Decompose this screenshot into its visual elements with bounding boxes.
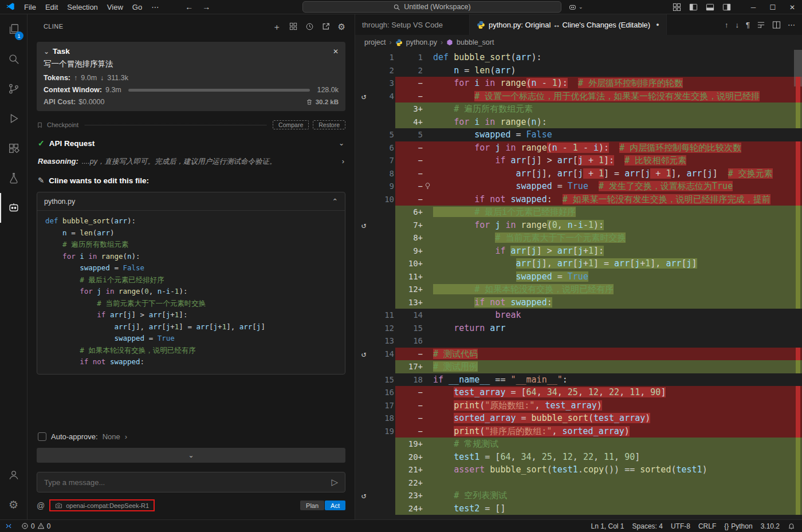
auto-approve-row[interactable]: Auto-approve: None › bbox=[38, 432, 344, 441]
diff-editor[interactable]: 11def bubble_sort(arr):22 n = len(arr)3−… bbox=[355, 50, 802, 519]
revert-block-icon[interactable]: ↺ bbox=[355, 348, 372, 361]
chevron-right-icon[interactable]: › bbox=[342, 157, 344, 165]
tab-walkthrough[interactable]: through: Setup VS Code bbox=[355, 14, 470, 35]
diff-line[interactable]: 22+ bbox=[355, 476, 802, 490]
diff-line[interactable]: 6+ # 最后i个元素已经排好序 bbox=[355, 206, 802, 219]
python-version[interactable]: 3.10.2 bbox=[757, 522, 784, 530]
diff-line[interactable]: 9− swapped = True # 发生了交换，设置标志位为True bbox=[355, 180, 802, 193]
diff-line[interactable]: 1518if __name__ == "__main__": bbox=[355, 373, 802, 387]
source-control-icon[interactable] bbox=[0, 74, 27, 104]
trash-icon[interactable] bbox=[306, 98, 313, 105]
diff-line[interactable]: 1316 bbox=[355, 334, 802, 348]
diff-line[interactable]: 11def bubble_sort(arr): bbox=[355, 51, 802, 64]
open-in-editor-icon[interactable] bbox=[322, 22, 330, 30]
revert-block-icon[interactable]: ↺ bbox=[355, 219, 372, 232]
problems-indicator[interactable]: 0 0 bbox=[17, 522, 54, 530]
diff-line[interactable]: 7− if arr[j] > arr[j + 1]: # 比较相邻元素 bbox=[355, 154, 802, 167]
reasoning-row[interactable]: Reasoning: ....py，直接写入即可。完成后，建议用户运行测试命令验… bbox=[38, 157, 344, 167]
search-view-icon[interactable] bbox=[0, 44, 27, 74]
lightbulb-icon[interactable] bbox=[424, 182, 431, 190]
diff-line[interactable]: 16− test_array = [64, 34, 25, 12, 22, 11… bbox=[355, 386, 802, 399]
mention-icon[interactable]: @ bbox=[37, 501, 45, 510]
cline-extension-icon[interactable] bbox=[0, 193, 27, 223]
diff-line[interactable]: 19− print("排序后的数组:", sorted_array) bbox=[355, 425, 802, 438]
breadcrumb-project[interactable]: project bbox=[364, 38, 386, 46]
customize-layout-icon[interactable] bbox=[673, 3, 681, 11]
diff-line[interactable]: 9+ if arr[j] > arr[j+1]: bbox=[355, 245, 802, 258]
chevron-down-icon[interactable]: ⌄ bbox=[339, 139, 344, 147]
explorer-icon[interactable]: 1 bbox=[0, 14, 27, 44]
new-task-icon[interactable]: ＋ bbox=[273, 22, 281, 31]
indentation[interactable]: Spaces: 4 bbox=[628, 522, 667, 530]
split-editor-icon[interactable] bbox=[772, 21, 781, 29]
diff-line[interactable]: 10− if not swapped: # 如果某一轮没有发生交换，说明已经排序… bbox=[355, 193, 802, 206]
toggle-sidebar-icon[interactable] bbox=[689, 3, 698, 11]
diff-line[interactable]: 1215 return arr bbox=[355, 322, 802, 335]
diff-line[interactable]: 18− sorted_array = bubble_sort(test_arra… bbox=[355, 412, 802, 425]
tab-python-diff[interactable]: python.py: Original ↔ Cline's Changes (E… bbox=[470, 14, 667, 35]
auto-approve-checkbox[interactable] bbox=[38, 432, 46, 441]
account-icon[interactable] bbox=[0, 460, 27, 490]
diff-line[interactable]: 21+ assert bubble_sort(test1.copy()) == … bbox=[355, 463, 802, 476]
mcp-servers-icon[interactable] bbox=[289, 22, 297, 30]
diff-line[interactable]: 19+ # 常规测试 bbox=[355, 438, 802, 451]
expand-actions-button[interactable]: ⌄ bbox=[37, 448, 345, 463]
model-selector[interactable]: openai-compat:DeepSeek-R1 bbox=[49, 499, 155, 511]
language-mode[interactable]: {} Python bbox=[720, 522, 756, 530]
remote-indicator-icon[interactable] bbox=[5, 522, 13, 530]
collapse-chevron-icon[interactable]: ⌃ bbox=[332, 197, 338, 206]
whitespace-toggle-icon[interactable]: ¶ bbox=[746, 21, 750, 29]
diff-line[interactable]: 55 swapped = False bbox=[355, 128, 802, 141]
arrow-up-icon[interactable]: ↑ bbox=[725, 21, 729, 29]
diff-line[interactable]: 11+ swapped = True bbox=[355, 270, 802, 283]
nav-forward-icon[interactable]: → bbox=[198, 2, 215, 11]
diff-line[interactable]: 22 n = len(arr) bbox=[355, 64, 802, 77]
diff-line[interactable]: 24+ test2 = [] bbox=[355, 502, 802, 515]
diff-line[interactable]: ↺23+ # 空列表测试 bbox=[355, 489, 802, 502]
history-icon[interactable] bbox=[305, 22, 314, 31]
diff-line[interactable]: 8+ # 当前元素大于下一个元素时交换 bbox=[355, 231, 802, 245]
menu-more[interactable]: ⋯ bbox=[147, 3, 163, 11]
diff-line[interactable]: 1114 break bbox=[355, 309, 802, 322]
api-request-row[interactable]: ✓ API Request ⌄ bbox=[38, 139, 344, 148]
word-wrap-icon[interactable] bbox=[757, 21, 765, 29]
overview-ruler[interactable] bbox=[794, 50, 802, 519]
restore-button[interactable]: Restore bbox=[313, 120, 345, 129]
diff-line[interactable]: 12+ # 如果本轮没有交换，说明已经有序 bbox=[355, 283, 802, 296]
nav-back-icon[interactable]: ← bbox=[180, 2, 198, 11]
extensions-icon[interactable] bbox=[0, 133, 27, 163]
diff-line[interactable]: 3− for i in range(n - 1): # 外层循环控制排序的轮数 bbox=[355, 77, 802, 90]
menu-go[interactable]: Go bbox=[128, 3, 147, 11]
notifications-bell-icon[interactable] bbox=[784, 522, 802, 530]
breadcrumb-symbol[interactable]: bubble_sort bbox=[457, 38, 494, 46]
diff-line[interactable]: 8− arr[j], arr[j + 1] = arr[j + 1], arr[… bbox=[355, 167, 802, 180]
send-icon[interactable]: ▷ bbox=[331, 477, 338, 487]
eol-sequence[interactable]: CRLF bbox=[694, 522, 720, 530]
diff-line[interactable]: 17− print("原始数组:", test_array) bbox=[355, 399, 802, 412]
toggle-secondary-sidebar-icon[interactable] bbox=[722, 3, 731, 11]
message-input-box[interactable]: ▷ bbox=[37, 472, 345, 492]
settings-gear-icon[interactable]: ⚙ bbox=[338, 22, 345, 31]
menu-selection[interactable]: Selection bbox=[62, 3, 102, 11]
act-button[interactable]: Act bbox=[325, 501, 345, 510]
diff-line[interactable]: 4+ for i in range(n): bbox=[355, 116, 802, 129]
compare-button[interactable]: Compare bbox=[273, 120, 309, 129]
revert-block-icon[interactable]: ↺ bbox=[355, 90, 372, 103]
diff-line[interactable]: ↺4− # 设置一个标志位，用于优化算法，如果某一轮没有发生交换，说明已经排 bbox=[355, 90, 802, 103]
diff-line[interactable]: 17+# 测试用例 bbox=[355, 360, 802, 373]
encoding[interactable]: UTF-8 bbox=[667, 522, 694, 530]
more-actions-icon[interactable]: ⋯ bbox=[788, 21, 795, 29]
command-center[interactable]: Untitled (Workspace) bbox=[302, 1, 561, 13]
menu-view[interactable]: View bbox=[103, 3, 128, 11]
close-task-icon[interactable]: ✕ bbox=[333, 48, 339, 56]
menu-file[interactable]: File bbox=[19, 3, 41, 11]
close-button[interactable]: ✕ bbox=[783, 0, 802, 14]
revert-block-icon[interactable]: ↺ bbox=[355, 489, 372, 502]
message-input[interactable] bbox=[44, 478, 331, 487]
diff-line[interactable]: 10+ arr[j], arr[j+1] = arr[j+1], arr[j] bbox=[355, 257, 802, 270]
run-debug-icon[interactable] bbox=[0, 104, 27, 133]
menu-edit[interactable]: Edit bbox=[41, 3, 62, 11]
diff-line[interactable]: ↺7+ for j in range(0, n-i-1): bbox=[355, 219, 802, 232]
diff-line[interactable]: ↺14−# 测试代码 bbox=[355, 348, 802, 361]
arrow-down-icon[interactable]: ↓ bbox=[736, 21, 740, 29]
